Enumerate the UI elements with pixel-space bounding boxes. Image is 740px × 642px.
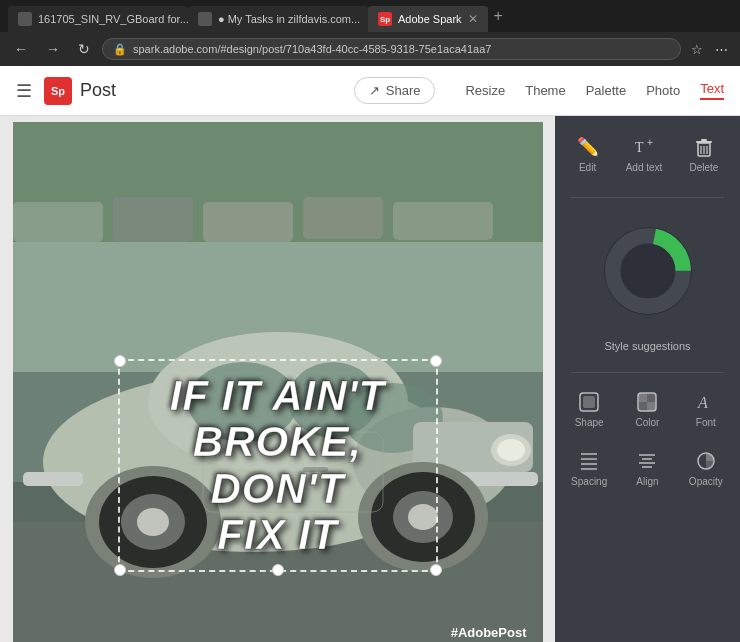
color-label: Color [636,417,660,428]
main-content: If it ain't broke, don't fix it #AdobePo… [0,116,740,642]
svg-text:T: T [635,140,644,155]
spacing-icon [578,450,600,472]
spacing-label: Spacing [571,476,607,487]
edit-label: Edit [579,162,596,173]
toolbar-palette[interactable]: Palette [586,83,626,98]
new-tab-button[interactable]: + [488,7,509,25]
svg-rect-35 [696,141,712,143]
svg-point-21 [497,439,525,461]
svg-rect-19 [23,472,83,486]
tab3-close-icon[interactable]: ✕ [468,12,478,26]
svg-rect-48 [647,393,656,402]
divider-2 [571,372,723,373]
bookmark-icon[interactable]: ☆ [687,38,707,61]
browser-chrome: 161705_SIN_RV_GBoard for... ● My Tasks i… [0,0,740,66]
toolbar-theme[interactable]: Theme [525,83,565,98]
canvas-wrapper: If it ain't broke, don't fix it #AdobePo… [13,122,543,642]
tab-2[interactable]: ● My Tasks in zilfdavis.com... [188,6,368,32]
share-arrow-icon: ↗ [369,83,380,98]
address-text: spark.adobe.com/#design/post/710a43fd-40… [133,43,491,55]
share-label: Share [386,83,421,98]
divider-1 [571,197,723,198]
font-icon: A [695,391,717,413]
ssl-lock-icon: 🔒 [113,43,127,56]
svg-rect-49 [638,402,647,411]
svg-rect-8 [393,202,493,240]
browser-menu-icon[interactable]: ⋯ [711,38,732,61]
brand-name: Post [80,80,116,101]
hashtag-text: #AdobePost [451,625,527,640]
canvas-area[interactable]: If it ain't broke, don't fix it #AdobePo… [0,116,555,642]
svg-rect-6 [203,202,293,242]
canvas-text[interactable]: If it ain't broke, don't fix it [136,373,420,558]
resize-handle-bottom-left[interactable] [114,564,126,576]
tab2-label: ● My Tasks in zilfdavis.com... [218,13,360,25]
add-text-label: Add text [626,162,663,173]
spacing-button[interactable]: Spacing [563,442,615,495]
nav-bar: ← → ↻ 🔒 spark.adobe.com/#design/post/710… [0,32,740,66]
toolbar-resize[interactable]: Resize [465,83,505,98]
svg-point-43 [623,247,671,295]
tab3-label: Adobe Spark [398,13,462,25]
hamburger-menu-icon[interactable]: ☰ [16,80,32,102]
brand-logo: Sp [44,77,72,105]
svg-rect-5 [113,197,193,242]
brand: Sp Post [44,77,116,105]
text-line3: fix it [136,512,420,558]
add-text-button[interactable]: T + Add text [618,130,671,179]
edit-button[interactable]: ✏️ Edit [569,130,607,179]
forward-button[interactable]: → [40,37,66,61]
align-label: Align [636,476,658,487]
shape-button[interactable]: Shape [563,383,615,436]
opacity-icon [695,450,717,472]
toolbar-photo[interactable]: Photo [646,83,680,98]
svg-rect-36 [701,139,707,141]
svg-text:A: A [697,394,708,411]
svg-text:+: + [647,137,653,148]
tab-bar: 161705_SIN_RV_GBoard for... ● My Tasks i… [0,0,740,32]
tab-1[interactable]: 161705_SIN_RV_GBoard for... [8,6,188,32]
delete-label: Delete [690,162,719,173]
browser-nav-icons: ☆ ⋯ [687,38,732,61]
address-bar[interactable]: 🔒 spark.adobe.com/#design/post/710a43fd-… [102,38,681,60]
text-overlay-box[interactable]: If it ain't broke, don't fix it [118,359,438,572]
refresh-button[interactable]: ↻ [72,37,96,61]
svg-rect-7 [303,197,383,239]
shape-label: Shape [575,417,604,428]
color-icon [636,391,658,413]
resize-handle-bottom-middle[interactable] [272,564,284,576]
opacity-button[interactable]: Opacity [680,442,732,495]
app-toolbar: ☰ Sp Post ↗ Share Resize Theme Palette P… [0,66,740,116]
align-button[interactable]: Align [621,442,673,495]
style-donut-chart[interactable] [593,216,703,326]
style-suggestions-label: Style suggestions [604,340,690,352]
resize-handle-top-right[interactable] [430,355,442,367]
svg-rect-4 [13,202,103,242]
text-line1: If it ain't [136,373,420,419]
share-button[interactable]: ↗ Share [354,77,436,104]
color-button[interactable]: Color [621,383,673,436]
tab1-label: 161705_SIN_RV_GBoard for... [38,13,188,25]
add-text-icon: T + [633,136,655,158]
resize-handle-top-left[interactable] [114,355,126,367]
text-line2: broke, don't [136,419,420,511]
align-icon [636,450,658,472]
tab1-favicon [18,12,32,26]
back-button[interactable]: ← [8,37,34,61]
font-button[interactable]: A Font [680,383,732,436]
shape-icon [578,391,600,413]
toolbar-right: Resize Theme Palette Photo Text [465,81,724,100]
tab-3[interactable]: Sp Adobe Spark ✕ [368,6,488,32]
svg-rect-50 [647,402,656,411]
tab3-favicon: Sp [378,12,392,26]
right-panel: ✏️ Edit T + Add text Delet [555,116,740,642]
edit-icon: ✏️ [577,136,599,158]
panel-options-grid: Shape Color A Font [563,383,732,495]
resize-handle-bottom-right[interactable] [430,564,442,576]
svg-rect-47 [638,393,647,402]
tab2-favicon [198,12,212,26]
delete-icon [693,136,715,158]
delete-button[interactable]: Delete [682,130,727,179]
opacity-label: Opacity [689,476,723,487]
toolbar-text[interactable]: Text [700,81,724,100]
